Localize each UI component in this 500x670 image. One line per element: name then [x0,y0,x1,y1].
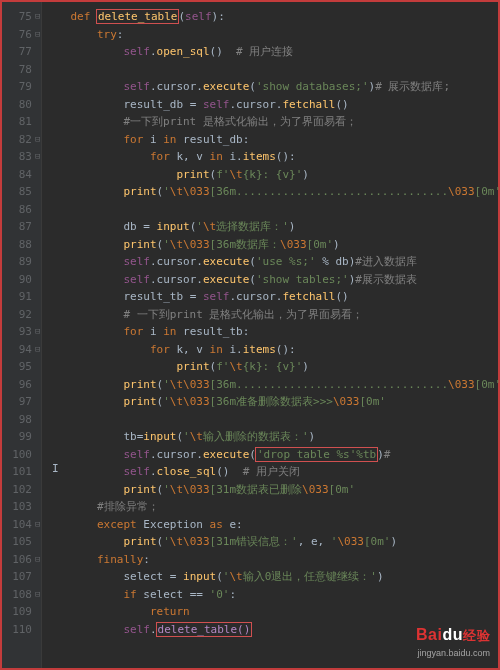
code-line[interactable]: result_tb = self.cursor.fetchall() [44,288,498,306]
code-line[interactable]: print('\t\033[36m.......................… [44,376,498,394]
token: self [185,10,212,23]
fold-toggle[interactable]: ⊟ [35,148,41,166]
token: [0m' [307,238,334,251]
token: : [229,588,236,601]
fold-toggle[interactable]: ⊟ [35,516,41,534]
token: () [335,98,348,111]
line-number: 80 [2,96,32,114]
token: delete_table() [156,622,253,637]
token: ' [163,238,170,251]
token: , e, [298,535,331,548]
line-number: 76 [2,26,32,44]
token: .cursor. [150,273,203,286]
token: print [123,395,156,408]
code-line[interactable]: #一下到print 是格式化输出，为了界面易看； [44,113,498,131]
token: \t\033 [170,185,210,198]
token: select == [143,588,209,601]
fold-toggle[interactable]: ⊟ [35,26,41,44]
token: in [210,150,230,163]
fold-toggle[interactable]: ⊟ [35,131,41,149]
code-line[interactable]: print('\t\033[36m准备删除数据表>>>\033[0m' [44,393,498,411]
token: .cursor. [150,448,203,461]
token: \t [203,220,216,233]
code-area[interactable]: def delete_table(self): try: self.open_s… [44,2,498,668]
token: ( [216,570,223,583]
code-line[interactable]: tb=input('\t输入删除的数据表：') [44,428,498,446]
token: return [150,605,190,618]
line-number: 94 [2,341,32,359]
code-line[interactable] [44,411,498,429]
code-line[interactable]: def delete_table(self): [44,8,498,26]
fold-toggle[interactable]: ⊟ [35,8,41,26]
token: ( [249,80,256,93]
fold-toggle[interactable]: ⊟ [35,323,41,341]
fold-toggle[interactable]: ⊟ [35,341,41,359]
token: . [150,45,157,58]
line-number: 100 [2,446,32,464]
fold-toggle[interactable]: ⊟ [35,586,41,604]
code-line[interactable] [44,201,498,219]
code-line[interactable]: print('\t\033[36m.......................… [44,183,498,201]
code-line[interactable]: print('\t\033[31m数据表已删除\033[0m' [44,481,498,499]
token: .cursor. [229,290,282,303]
code-line[interactable]: for k, v in i.items(): [44,148,498,166]
token: result_db = [123,98,202,111]
text-cursor: I [52,460,59,478]
code-line[interactable]: #排除异常； [44,498,498,516]
code-line[interactable]: self.close_sql() # 用户关闭 [44,463,498,481]
token: 'show databases;' [256,80,369,93]
code-line[interactable]: finally: [44,551,498,569]
token: print [123,238,156,251]
code-line[interactable]: select = input('\t输入0退出，任意键继续：') [44,568,498,586]
code-line[interactable]: self.cursor.execute('show tables;')#展示数据… [44,271,498,289]
code-line[interactable]: self.cursor.execute('use %s;' % db)#进入数据… [44,253,498,271]
code-line[interactable]: for i in result_db: [44,131,498,149]
code-line[interactable]: db = input('\t选择数据库：') [44,218,498,236]
code-line[interactable]: print('\t\033[31m错误信息：', e, '\033[0m') [44,533,498,551]
code-line[interactable]: if select == '0': [44,586,498,604]
token: tb= [123,430,143,443]
token: (): [276,150,296,163]
code-line[interactable]: return [44,603,498,621]
token: # 用户关闭 [243,465,300,478]
token: self [123,623,150,636]
token: self [123,448,150,461]
token: ( [249,255,256,268]
token: if [123,588,143,601]
code-line[interactable]: self.open_sql() # 用户连接 [44,43,498,61]
code-line[interactable]: print(f'\t{k}: {v}') [44,358,498,376]
token: 'use %s;' [256,255,316,268]
code-line[interactable]: print(f'\t{k}: {v}') [44,166,498,184]
line-number: 92 [2,306,32,324]
code-line[interactable]: print('\t\033[36m数据库：\033[0m') [44,236,498,254]
code-line[interactable]: except Exception as e: [44,516,498,534]
token: \t\033 [170,395,210,408]
code-line[interactable]: for k, v in i.items(): [44,341,498,359]
token: [36m................................ [210,185,448,198]
code-line[interactable]: self.cursor.execute('drop table %s'%tb)# [44,446,498,464]
code-line[interactable]: try: [44,26,498,44]
token: [0m' [359,395,386,408]
line-number: 81 [2,113,32,131]
line-number: 102 [2,481,32,499]
token: #排除异常； [97,500,159,513]
token: \t\033 [170,535,210,548]
token: . [150,465,157,478]
token: result_tb: [183,325,249,338]
token: ) [377,570,384,583]
code-line[interactable]: self.cursor.execute('show databases;')# … [44,78,498,96]
token: k, v [176,343,209,356]
token: self [123,273,150,286]
token: f' [216,168,229,181]
fold-toggle[interactable]: ⊟ [35,551,41,569]
token: i. [229,343,242,356]
token: ) [377,448,384,461]
code-line[interactable] [44,61,498,79]
code-line[interactable]: self.delete_table() [44,621,498,639]
code-line[interactable]: for i in result_tb: [44,323,498,341]
code-line[interactable]: # 一下到print 是格式化输出，为了界面易看； [44,306,498,324]
line-number: 97 [2,393,32,411]
line-number: 98 [2,411,32,429]
token: for [123,133,150,146]
code-line[interactable]: result_db = self.cursor.fetchall() [44,96,498,114]
